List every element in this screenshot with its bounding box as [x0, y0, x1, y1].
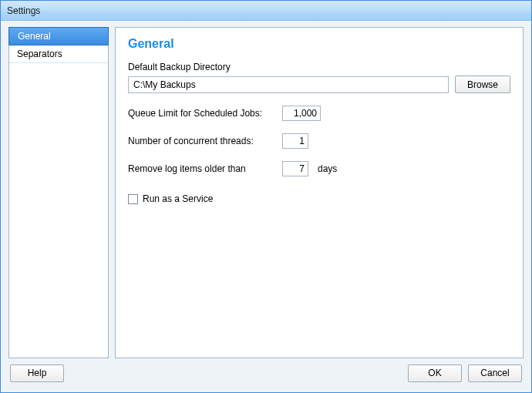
threads-input[interactable]	[282, 133, 308, 149]
help-button[interactable]: Help	[10, 364, 64, 382]
footer: Help OK Cancel	[8, 358, 524, 388]
nav-item-label: Separators	[17, 49, 62, 59]
nav-item-general[interactable]: General	[8, 27, 109, 45]
backup-dir-input[interactable]	[128, 76, 449, 93]
titlebar: Settings	[1, 1, 531, 21]
threads-label: Number of concurrent threads:	[128, 136, 276, 146]
section-title: General	[128, 37, 510, 51]
threads-row: Number of concurrent threads:	[128, 133, 510, 149]
backup-dir-label: Default Backup Directory	[128, 62, 510, 72]
nav-item-label: General	[18, 31, 51, 42]
log-retention-row: Remove log items older than days	[128, 161, 510, 176]
ok-button[interactable]: OK	[408, 364, 462, 382]
queue-limit-label: Queue Limit for Scheduled Jobs:	[128, 108, 276, 119]
nav-item-separators[interactable]: Separators	[9, 45, 108, 63]
nav-panel: General Separators	[8, 27, 109, 358]
log-retention-input[interactable]	[282, 161, 308, 176]
run-service-label: Run as a Service	[143, 193, 213, 204]
backup-dir-row: Browse	[128, 76, 510, 93]
run-service-checkbox[interactable]	[128, 194, 138, 204]
queue-limit-input[interactable]	[282, 106, 321, 121]
window-title: Settings	[7, 5, 40, 16]
content-row: General Separators General Default Backu…	[8, 27, 524, 358]
log-retention-suffix: days	[318, 163, 337, 174]
cancel-button[interactable]: Cancel	[468, 364, 522, 382]
queue-limit-row: Queue Limit for Scheduled Jobs:	[128, 106, 510, 121]
main-panel: General Default Backup Directory Browse …	[115, 27, 524, 358]
browse-button[interactable]: Browse	[455, 76, 510, 93]
log-retention-label: Remove log items older than	[128, 163, 276, 174]
run-service-row[interactable]: Run as a Service	[128, 193, 510, 204]
client-area: General Separators General Default Backu…	[1, 21, 531, 392]
settings-window: Settings General Separators General Defa…	[0, 0, 532, 393]
